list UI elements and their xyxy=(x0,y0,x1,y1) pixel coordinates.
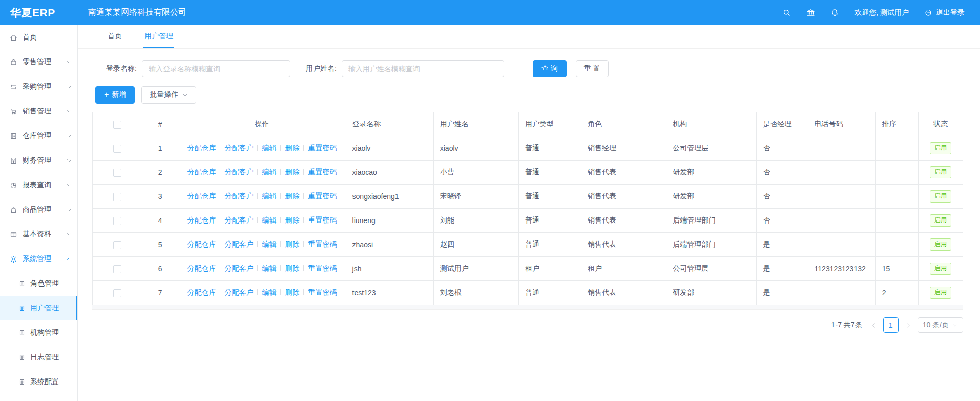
row-action-link[interactable]: 重置密码 xyxy=(308,168,337,176)
cell-role: 销售代表 xyxy=(581,185,666,209)
action-divider xyxy=(303,265,304,271)
row-action-link[interactable]: 分配客户 xyxy=(224,240,253,248)
row-action-link[interactable]: 重置密码 xyxy=(308,264,337,272)
row-action-link[interactable]: 分配仓库 xyxy=(187,264,216,272)
sidebar-subitem[interactable]: 用户管理 xyxy=(0,296,77,320)
row-action-link[interactable]: 编辑 xyxy=(262,288,276,296)
row-action-link[interactable]: 分配仓库 xyxy=(187,216,216,224)
sidebar-subitem[interactable]: 日志管理 xyxy=(0,345,77,370)
cell-manager: 否 xyxy=(757,136,808,161)
row-checkbox[interactable] xyxy=(113,169,121,177)
row-action-link[interactable]: 编辑 xyxy=(262,216,276,224)
row-action-link[interactable]: 重置密码 xyxy=(308,240,337,248)
sidebar-item[interactable]: 报表查询 xyxy=(0,173,77,197)
action-divider xyxy=(280,289,281,295)
user-name-input[interactable] xyxy=(342,60,504,77)
next-page-button[interactable] xyxy=(905,322,911,329)
row-checkbox[interactable] xyxy=(113,217,121,225)
table-scroll-strip[interactable] xyxy=(92,305,963,310)
row-action-link[interactable]: 删除 xyxy=(285,168,299,176)
add-button[interactable]: + 新增 xyxy=(95,86,135,104)
search-button[interactable]: 查 询 xyxy=(533,60,567,77)
welcome-text: 欢迎您, 测试用户 xyxy=(854,8,909,17)
sidebar-subitem[interactable]: 角色管理 xyxy=(0,271,77,296)
chevron-down-icon xyxy=(66,133,72,139)
bell-icon[interactable] xyxy=(830,8,839,17)
basic-icon xyxy=(10,231,17,238)
row-action-link[interactable]: 编辑 xyxy=(262,240,276,248)
tab[interactable]: 用户管理 xyxy=(143,25,174,48)
current-page-button[interactable]: 1 xyxy=(883,317,899,333)
action-divider xyxy=(303,217,304,223)
sidebar-subitem[interactable]: 系统配置 xyxy=(0,370,77,394)
sidebar-item[interactable]: 商品管理 xyxy=(0,197,77,222)
search-icon[interactable] xyxy=(782,8,791,17)
sidebar-item-label: 销售管理 xyxy=(23,107,61,116)
row-action-link[interactable]: 删除 xyxy=(285,144,299,152)
row-checkbox[interactable] xyxy=(113,265,121,273)
sidebar-item[interactable]: 零售管理 xyxy=(0,50,77,74)
cell-actions: 分配仓库分配客户编辑删除重置密码 xyxy=(178,257,346,281)
prev-page-button[interactable] xyxy=(870,322,877,329)
row-action-link[interactable]: 重置密码 xyxy=(308,216,337,224)
sidebar-item[interactable]: 基本资料 xyxy=(0,222,77,247)
status-badge: 启用 xyxy=(930,238,951,251)
cell-role: 销售代表 xyxy=(581,233,666,257)
reset-button[interactable]: 重 置 xyxy=(576,60,609,77)
row-action-link[interactable]: 编辑 xyxy=(262,264,276,272)
batch-actions-button[interactable]: 批量操作 xyxy=(141,86,196,104)
page-size-select[interactable]: 10 条/页 xyxy=(918,317,963,333)
sidebar-item[interactable]: 销售管理 xyxy=(0,99,77,124)
cell-login: xiaolv xyxy=(346,136,433,161)
bank-icon[interactable] xyxy=(806,8,815,17)
pagination-total: 1-7 共7条 xyxy=(831,320,862,330)
row-action-link[interactable]: 分配仓库 xyxy=(187,192,216,200)
cell-manager: 是 xyxy=(757,233,808,257)
row-action-link[interactable]: 编辑 xyxy=(262,144,276,152)
row-action-link[interactable]: 分配客户 xyxy=(224,216,253,224)
row-action-link[interactable]: 分配客户 xyxy=(224,264,253,272)
select-all-checkbox[interactable] xyxy=(113,121,121,129)
row-action-link[interactable]: 编辑 xyxy=(262,192,276,200)
tab[interactable]: 首页 xyxy=(107,25,123,48)
action-divider xyxy=(220,265,220,271)
row-action-link[interactable]: 分配仓库 xyxy=(187,168,216,176)
row-action-link[interactable]: 删除 xyxy=(285,192,299,200)
login-name-label: 登录名称: xyxy=(106,64,137,73)
cell-sort xyxy=(875,185,918,209)
row-action-link[interactable]: 分配仓库 xyxy=(187,144,216,152)
cell-org: 研发部 xyxy=(666,185,757,209)
row-action-link[interactable]: 分配仓库 xyxy=(187,240,216,248)
sidebar-item[interactable]: 财务管理 xyxy=(0,148,77,173)
cell-sort xyxy=(875,136,918,161)
sidebar-subitem[interactable]: 机构管理 xyxy=(0,320,77,345)
row-action-link[interactable]: 删除 xyxy=(285,264,299,272)
chevron-up-icon xyxy=(66,256,72,262)
row-action-link[interactable]: 重置密码 xyxy=(308,192,337,200)
row-action-link[interactable]: 分配客户 xyxy=(224,192,253,200)
row-action-link[interactable]: 分配仓库 xyxy=(187,288,216,296)
row-checkbox[interactable] xyxy=(113,145,121,153)
row-action-link[interactable]: 编辑 xyxy=(262,168,276,176)
row-action-link[interactable]: 分配客户 xyxy=(224,144,253,152)
sidebar-item[interactable]: 系统管理 xyxy=(0,247,77,271)
cell-phone: 1123123123132 xyxy=(808,257,875,281)
logout-button[interactable]: 退出登录 xyxy=(924,8,965,17)
row-checkbox[interactable] xyxy=(113,193,121,201)
login-name-input[interactable] xyxy=(142,60,290,77)
table-row: 1分配仓库分配客户编辑删除重置密码xiaolvxiaolv普通销售经理公司管理层… xyxy=(93,136,963,161)
sidebar-item[interactable]: 首页 xyxy=(0,25,77,50)
row-action-link[interactable]: 分配客户 xyxy=(224,168,253,176)
row-checkbox[interactable] xyxy=(113,289,121,297)
sidebar-item-label: 财务管理 xyxy=(23,156,61,165)
row-action-link[interactable]: 删除 xyxy=(285,288,299,296)
row-action-link[interactable]: 删除 xyxy=(285,240,299,248)
row-action-link[interactable]: 重置密码 xyxy=(308,144,337,152)
cell-org: 后端管理部门 xyxy=(666,233,757,257)
row-action-link[interactable]: 分配客户 xyxy=(224,288,253,296)
sidebar-item[interactable]: 采购管理 xyxy=(0,74,77,99)
row-checkbox[interactable] xyxy=(113,241,121,249)
sidebar-item[interactable]: 仓库管理 xyxy=(0,124,77,148)
row-action-link[interactable]: 重置密码 xyxy=(308,288,337,296)
row-action-link[interactable]: 删除 xyxy=(285,216,299,224)
